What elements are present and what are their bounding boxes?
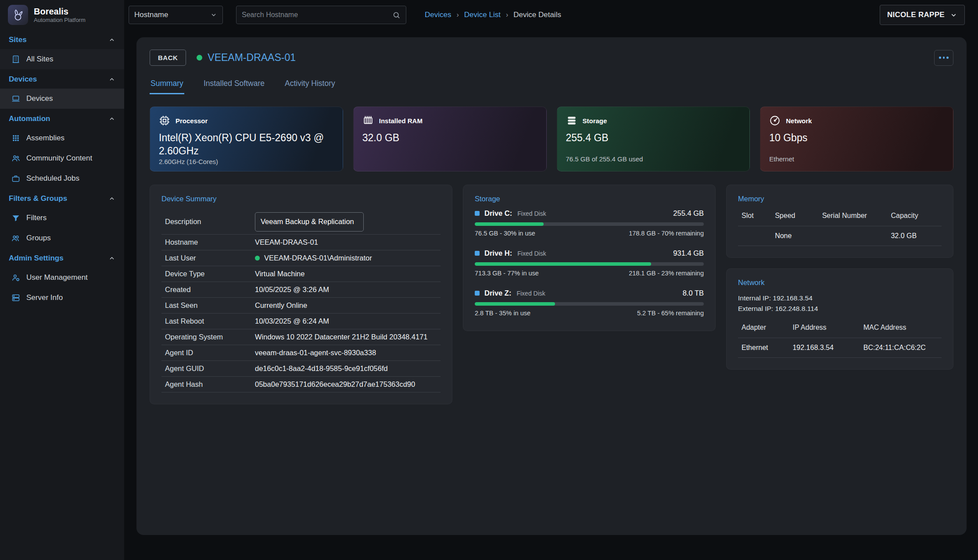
stat-value: 32.0 GB — [362, 132, 537, 145]
sidebar-item-devices[interactable]: Devices — [0, 89, 124, 109]
app-root: Borealis Automation Platform Sites All S… — [0, 0, 978, 560]
cell-mac-address: BC:24:11:CA:C6:2C — [863, 344, 938, 352]
sidebar-item-server-info[interactable]: Server Info — [0, 288, 124, 308]
drive-name: Drive H: — [484, 249, 512, 257]
section-title: Admin Settings — [9, 254, 64, 263]
sidebar-item-groups[interactable]: Groups — [0, 228, 124, 248]
hostname-filter-select[interactable]: Hostname — [129, 6, 223, 24]
summary-row-created: Created 10/05/2025 @ 3:26 AM — [161, 282, 441, 298]
summary-row-agent-id: Agent ID veeam-draas-01-agent-svc-8930a3… — [161, 345, 441, 361]
sidebar-item-scheduled-jobs[interactable]: Scheduled Jobs — [0, 168, 124, 189]
chevron-down-icon — [210, 11, 217, 18]
sidebar: Borealis Automation Platform Sites All S… — [0, 0, 124, 560]
row-label: Agent Hash — [165, 380, 255, 389]
section-title: Devices — [9, 75, 37, 84]
storage-stack-icon — [566, 115, 577, 126]
sidebar-section-admin-settings[interactable]: Admin Settings — [0, 248, 124, 268]
panel-title: Memory — [738, 195, 942, 203]
sidebar-section-sites[interactable]: Sites — [0, 30, 124, 49]
user-menu-button[interactable]: NICOLE RAPPE — [880, 5, 965, 25]
row-label: Hostname — [165, 238, 255, 246]
description-input[interactable] — [255, 212, 364, 232]
drive-remaining: 5.2 TB - 65% remaining — [637, 310, 704, 317]
storage-panel: Storage Drive C: Fixed Disk 255.4 GB 76.… — [463, 185, 716, 331]
select-value: Hostname — [134, 11, 168, 19]
cell-ip-address: 192.168.3.54 — [792, 344, 863, 352]
sidebar-item-user-management[interactable]: User Management — [0, 268, 124, 288]
section-title: Sites — [9, 36, 27, 44]
grid-icon — [11, 134, 20, 143]
network-table-header: Adapter IP Address MAC Address — [738, 321, 942, 338]
search-input[interactable] — [242, 11, 392, 19]
topbar: Hostname Devices › Device List › Device … — [124, 0, 978, 30]
row-label: Last Seen — [165, 301, 255, 310]
stat-subtitle: 2.60GHz (16-Cores) — [159, 158, 334, 166]
drive-type: Fixed Disk — [517, 250, 546, 257]
drive-name: Drive C: — [484, 209, 512, 218]
sidebar-item-filters[interactable]: Filters — [0, 208, 124, 228]
row-label: Agent GUID — [165, 364, 255, 373]
device-details-card: BACK VEEAM-DRAAS-01 Summary Installed So… — [136, 37, 967, 535]
user-gear-icon — [11, 273, 20, 282]
stat-card-storage: Storage 255.4 GB 76.5 GB of 255.4 GB use… — [557, 107, 750, 171]
col-capacity: Capacity — [891, 212, 938, 220]
speedometer-icon — [769, 115, 781, 126]
sidebar-item-community-content[interactable]: Community Content — [0, 148, 124, 168]
drive-icon — [475, 211, 480, 216]
drive-remaining: 178.8 GB - 70% remaining — [629, 230, 704, 237]
tab-summary[interactable]: Summary — [150, 75, 184, 94]
more-options-button[interactable] — [934, 50, 953, 66]
brand-name: Borealis — [34, 7, 86, 17]
sidebar-item-label: Filters — [26, 214, 47, 222]
tab-installed-software[interactable]: Installed Software — [203, 75, 265, 94]
chevron-up-icon — [108, 195, 115, 202]
chevron-down-icon — [950, 11, 957, 19]
drive-size: 8.0 TB — [683, 289, 704, 297]
drive-usage-bar — [475, 222, 704, 226]
server-icon — [11, 293, 20, 302]
col-ip-address: IP Address — [792, 324, 863, 332]
row-value: 05ba0e7935171d626ecea29b27d7ae175363cd90 — [255, 380, 437, 389]
sidebar-item-all-sites[interactable]: All Sites — [0, 49, 124, 69]
people-icon — [11, 234, 20, 243]
stat-subtitle — [362, 155, 537, 163]
breadcrumb-device-list[interactable]: Device List — [464, 11, 501, 19]
stat-cards: Processor Intel(R) Xeon(R) CPU E5-2690 v… — [150, 107, 953, 171]
sidebar-item-label: Devices — [26, 94, 53, 103]
sidebar-item-assemblies[interactable]: Assemblies — [0, 128, 124, 148]
stat-title: Processor — [176, 117, 208, 125]
col-speed: Speed — [775, 212, 822, 220]
summary-row-last-reboot: Last Reboot 10/03/2025 @ 6:24 AM — [161, 314, 441, 329]
summary-row-hostname: Hostname VEEAM-DRAAS-01 — [161, 235, 441, 250]
chevron-up-icon — [108, 255, 115, 262]
sidebar-item-label: Assemblies — [26, 134, 64, 143]
stat-value: Intel(R) Xeon(R) CPU E5-2690 v3 @ 2.60GH… — [159, 132, 334, 158]
section-title: Filters & Groups — [9, 194, 67, 203]
sidebar-section-automation[interactable]: Automation — [0, 109, 124, 128]
tab-activity-history[interactable]: Activity History — [284, 75, 336, 94]
stat-value: 10 Gbps — [769, 132, 944, 145]
row-value: 10/03/2025 @ 6:24 AM — [255, 317, 437, 325]
row-value: de16c0c1-8aa2-4d18-9585-9ce91cf056fd — [255, 364, 437, 373]
back-button[interactable]: BACK — [150, 50, 186, 66]
memory-table-row: None 32.0 GB — [738, 226, 942, 246]
breadcrumb-devices[interactable]: Devices — [425, 11, 451, 19]
panel-title: Storage — [475, 195, 704, 203]
drive-used: 713.3 GB - 77% in use — [475, 270, 539, 277]
tab-bar: Summary Installed Software Activity Hist… — [150, 75, 953, 94]
sidebar-section-devices[interactable]: Devices — [0, 69, 124, 89]
drive-used: 76.5 GB - 30% in use — [475, 230, 535, 237]
network-panel: Network Internal IP: 192.168.3.54 Extern… — [726, 268, 953, 370]
col-serial-number: Serial Number — [822, 212, 891, 220]
building-icon — [11, 55, 20, 64]
sidebar-item-label: Scheduled Jobs — [26, 174, 79, 183]
stat-card-installed-ram: Installed RAM 32.0 GB — [353, 107, 547, 171]
drive-h: Drive H: Fixed Disk 931.4 GB 713.3 GB - … — [475, 249, 704, 277]
sidebar-section-filters-groups[interactable]: Filters & Groups — [0, 189, 124, 208]
cell-adapter: Ethernet — [742, 344, 792, 352]
stat-subtitle: 76.5 GB of 255.4 GB used — [566, 155, 741, 163]
network-table: Adapter IP Address MAC Address Ethernet … — [738, 321, 942, 358]
stat-value: 255.4 GB — [566, 132, 741, 145]
drive-z: Drive Z: Fixed Disk 8.0 TB 2.8 TB - 35% … — [475, 289, 704, 317]
brand[interactable]: Borealis Automation Platform — [0, 0, 124, 30]
